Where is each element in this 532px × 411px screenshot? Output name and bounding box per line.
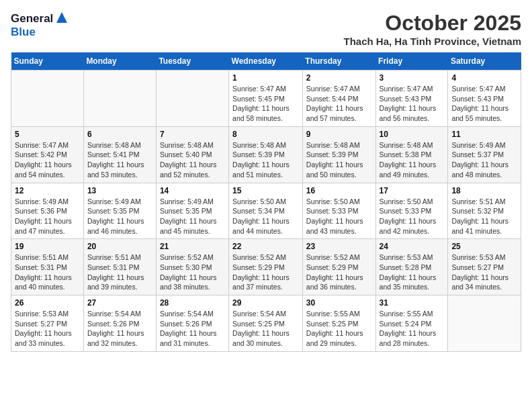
calendar-cell: 8Sunrise: 5:48 AM Sunset: 5:39 PM Daylig… [229, 126, 303, 183]
calendar-week-1: 1Sunrise: 5:47 AM Sunset: 5:45 PM Daylig… [11, 71, 521, 127]
day-number: 14 [160, 186, 225, 195]
day-info: Sunrise: 5:52 AM Sunset: 5:30 PM Dayligh… [160, 253, 225, 292]
day-info: Sunrise: 5:47 AM Sunset: 5:45 PM Dayligh… [232, 84, 299, 124]
day-number: 17 [380, 186, 445, 195]
calendar-cell: 9Sunrise: 5:48 AM Sunset: 5:39 PM Daylig… [302, 126, 375, 183]
calendar-cell: 29Sunrise: 5:54 AM Sunset: 5:25 PM Dayli… [229, 295, 303, 352]
day-number: 28 [160, 298, 225, 308]
day-number: 16 [306, 186, 372, 195]
day-info: Sunrise: 5:55 AM Sunset: 5:24 PM Dayligh… [380, 309, 445, 349]
day-info: Sunrise: 5:54 AM Sunset: 5:26 PM Dayligh… [87, 309, 152, 349]
logo: General Blue [11, 11, 69, 39]
col-header-monday: Monday [83, 52, 156, 71]
day-number: 9 [306, 130, 372, 139]
day-number: 6 [87, 130, 152, 139]
col-header-sunday: Sunday [11, 52, 84, 71]
header-row: SundayMondayTuesdayWednesdayThursdayFrid… [11, 52, 521, 71]
calendar-cell: 19Sunrise: 5:51 AM Sunset: 5:31 PM Dayli… [11, 239, 84, 295]
day-info: Sunrise: 5:48 AM Sunset: 5:41 PM Dayligh… [87, 140, 152, 180]
day-info: Sunrise: 5:53 AM Sunset: 5:28 PM Dayligh… [380, 253, 445, 292]
day-info: Sunrise: 5:52 AM Sunset: 5:29 PM Dayligh… [306, 253, 372, 292]
day-number: 30 [306, 298, 372, 308]
day-info: Sunrise: 5:53 AM Sunset: 5:27 PM Dayligh… [451, 253, 517, 292]
calendar-cell: 30Sunrise: 5:55 AM Sunset: 5:25 PM Dayli… [302, 295, 375, 352]
calendar-cell: 6Sunrise: 5:48 AM Sunset: 5:41 PM Daylig… [83, 126, 156, 183]
day-info: Sunrise: 5:48 AM Sunset: 5:39 PM Dayligh… [232, 140, 299, 180]
calendar-week-2: 5Sunrise: 5:47 AM Sunset: 5:42 PM Daylig… [11, 126, 521, 183]
day-info: Sunrise: 5:48 AM Sunset: 5:38 PM Dayligh… [380, 140, 445, 180]
calendar-cell: 16Sunrise: 5:50 AM Sunset: 5:33 PM Dayli… [302, 183, 375, 239]
day-number: 12 [15, 186, 80, 195]
day-info: Sunrise: 5:49 AM Sunset: 5:37 PM Dayligh… [451, 140, 517, 180]
day-info: Sunrise: 5:54 AM Sunset: 5:26 PM Dayligh… [160, 309, 225, 349]
day-info: Sunrise: 5:49 AM Sunset: 5:35 PM Dayligh… [87, 197, 152, 236]
col-header-wednesday: Wednesday [229, 52, 303, 71]
day-number: 20 [87, 242, 152, 251]
day-info: Sunrise: 5:50 AM Sunset: 5:33 PM Dayligh… [380, 197, 445, 236]
logo-icon [55, 11, 69, 27]
day-number: 31 [380, 298, 445, 308]
calendar-cell [448, 295, 521, 352]
day-number: 10 [380, 130, 445, 139]
calendar-cell: 17Sunrise: 5:50 AM Sunset: 5:33 PM Dayli… [375, 183, 448, 239]
day-info: Sunrise: 5:48 AM Sunset: 5:40 PM Dayligh… [160, 140, 225, 180]
calendar-cell: 13Sunrise: 5:49 AM Sunset: 5:35 PM Dayli… [83, 183, 156, 239]
day-number: 15 [232, 186, 299, 195]
calendar-cell [11, 71, 84, 127]
calendar-cell: 22Sunrise: 5:52 AM Sunset: 5:29 PM Dayli… [229, 239, 303, 295]
day-number: 1 [232, 73, 299, 83]
day-info: Sunrise: 5:51 AM Sunset: 5:31 PM Dayligh… [15, 253, 80, 292]
calendar-cell: 15Sunrise: 5:50 AM Sunset: 5:34 PM Dayli… [229, 183, 303, 239]
calendar-cell: 2Sunrise: 5:47 AM Sunset: 5:44 PM Daylig… [302, 71, 375, 127]
calendar-table: SundayMondayTuesdayWednesdayThursdayFrid… [11, 52, 521, 352]
calendar-cell: 27Sunrise: 5:54 AM Sunset: 5:26 PM Dayli… [83, 295, 156, 352]
calendar-cell: 7Sunrise: 5:48 AM Sunset: 5:40 PM Daylig… [156, 126, 228, 183]
calendar-cell: 4Sunrise: 5:47 AM Sunset: 5:43 PM Daylig… [448, 71, 521, 127]
day-info: Sunrise: 5:47 AM Sunset: 5:42 PM Dayligh… [15, 140, 80, 180]
day-number: 7 [160, 130, 225, 139]
title-block: October 2025 Thach Ha, Ha Tinh Province,… [343, 11, 521, 47]
day-number: 22 [232, 242, 299, 251]
calendar-cell: 31Sunrise: 5:55 AM Sunset: 5:24 PM Dayli… [375, 295, 448, 352]
calendar-cell: 23Sunrise: 5:52 AM Sunset: 5:29 PM Dayli… [302, 239, 375, 295]
calendar-cell [83, 71, 156, 127]
calendar-cell: 12Sunrise: 5:49 AM Sunset: 5:36 PM Dayli… [11, 183, 84, 239]
calendar-cell: 21Sunrise: 5:52 AM Sunset: 5:30 PM Dayli… [156, 239, 228, 295]
day-info: Sunrise: 5:49 AM Sunset: 5:36 PM Dayligh… [15, 197, 80, 236]
day-number: 21 [160, 242, 225, 251]
day-number: 4 [451, 73, 517, 83]
calendar-cell: 14Sunrise: 5:49 AM Sunset: 5:35 PM Dayli… [156, 183, 228, 239]
day-info: Sunrise: 5:48 AM Sunset: 5:39 PM Dayligh… [306, 140, 372, 180]
col-header-thursday: Thursday [302, 52, 375, 71]
day-info: Sunrise: 5:55 AM Sunset: 5:25 PM Dayligh… [306, 309, 372, 349]
logo-general-text: General [11, 12, 53, 26]
location-subtitle: Thach Ha, Ha Tinh Province, Vietnam [343, 36, 521, 47]
day-info: Sunrise: 5:47 AM Sunset: 5:43 PM Dayligh… [451, 84, 517, 124]
calendar-cell [156, 71, 228, 127]
day-info: Sunrise: 5:49 AM Sunset: 5:35 PM Dayligh… [160, 197, 225, 236]
calendar-week-4: 19Sunrise: 5:51 AM Sunset: 5:31 PM Dayli… [11, 239, 521, 295]
calendar-cell: 10Sunrise: 5:48 AM Sunset: 5:38 PM Dayli… [375, 126, 448, 183]
day-number: 29 [232, 298, 299, 308]
month-title: October 2025 [343, 11, 521, 36]
day-info: Sunrise: 5:50 AM Sunset: 5:33 PM Dayligh… [306, 197, 372, 236]
day-number: 27 [87, 298, 152, 308]
calendar-cell: 1Sunrise: 5:47 AM Sunset: 5:45 PM Daylig… [229, 71, 303, 127]
day-info: Sunrise: 5:52 AM Sunset: 5:29 PM Dayligh… [232, 253, 299, 292]
calendar-cell: 24Sunrise: 5:53 AM Sunset: 5:28 PM Dayli… [375, 239, 448, 295]
calendar-cell: 20Sunrise: 5:51 AM Sunset: 5:31 PM Dayli… [83, 239, 156, 295]
day-number: 13 [87, 186, 152, 195]
calendar-cell: 5Sunrise: 5:47 AM Sunset: 5:42 PM Daylig… [11, 126, 84, 183]
col-header-tuesday: Tuesday [156, 52, 228, 71]
day-info: Sunrise: 5:47 AM Sunset: 5:43 PM Dayligh… [380, 84, 445, 124]
day-number: 2 [306, 73, 372, 83]
day-number: 25 [451, 242, 517, 251]
day-info: Sunrise: 5:51 AM Sunset: 5:31 PM Dayligh… [87, 253, 152, 292]
col-header-saturday: Saturday [448, 52, 521, 71]
calendar-cell: 26Sunrise: 5:53 AM Sunset: 5:27 PM Dayli… [11, 295, 84, 352]
svg-marker-0 [56, 12, 67, 23]
logo-blue-text: Blue [11, 26, 36, 39]
calendar-cell: 28Sunrise: 5:54 AM Sunset: 5:26 PM Dayli… [156, 295, 228, 352]
day-number: 11 [451, 130, 517, 139]
day-number: 18 [451, 186, 517, 195]
